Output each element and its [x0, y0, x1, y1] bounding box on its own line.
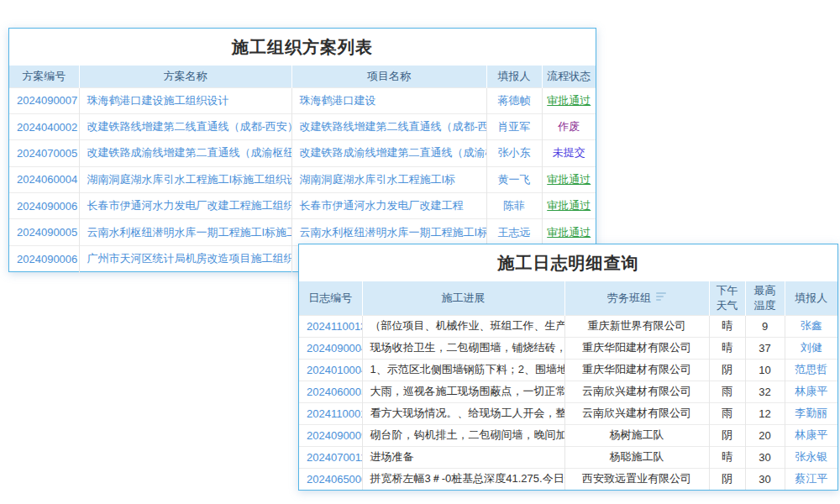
table-row: 2024090009 砌台阶，钩机排土，二包砌间墙，晚间加... 杨树施工队 阴… [299, 424, 837, 446]
status-cell: 审批通过 [542, 166, 596, 192]
plan-id-cell: 2024090006 [9, 245, 79, 271]
log-reporter-cell: 张永银 [785, 446, 837, 468]
project-name-link[interactable]: 湖南洞庭湖水库引水工程施工I标 [300, 173, 456, 186]
log-id-cell: 2024010004 [299, 359, 362, 381]
labor-team-cell: 重庆华阳建材有限公司 [564, 359, 709, 381]
log-reporter-link[interactable]: 张永银 [795, 450, 827, 463]
log-id-link[interactable]: 2024090004 [307, 342, 362, 354]
log-reporter-link[interactable]: 刘健 [801, 341, 822, 354]
log-reporter-link[interactable]: 张鑫 [801, 319, 822, 332]
plan-name-cell: 长春市伊通河水力发电厂改建工程施工组织设计 [79, 193, 291, 219]
log-table: 日志编号 施工进展 劳务班组 下午天气 最高温度 填报人 2024110013 … [299, 281, 837, 490]
reporter-link[interactable]: 蒋德帧 [498, 94, 531, 107]
log-reporter-cell: 张鑫 [785, 315, 837, 337]
plan-name-link[interactable]: 长春市伊通河水力发电厂改建工程施工组织设计 [87, 199, 292, 212]
status-badge[interactable]: 审批通过 [547, 94, 591, 107]
log-reporter-link[interactable]: 林康平 [795, 428, 827, 441]
max-temp-cell: 32 [745, 381, 785, 402]
log-id-link[interactable]: 2024110013 [307, 320, 362, 333]
progress-cell: 大雨，巡视各施工现场围蔽点，一切正常... [362, 381, 564, 402]
sort-icon[interactable] [656, 292, 666, 302]
reporter-cell: 王志远 [486, 219, 542, 245]
status-badge[interactable]: 审批通过 [547, 226, 591, 239]
reporter-cell: 陈菲 [486, 193, 542, 219]
reporter-link[interactable]: 肖亚军 [498, 120, 531, 133]
labor-team-cell: 云南欣兴建材有限公司 [564, 402, 709, 424]
plan-name-link[interactable]: 改建铁路成渝线增建第二直通线（成渝枢纽）... [87, 146, 292, 159]
plan-id-link[interactable]: 2024060004 [17, 173, 77, 186]
project-name-link[interactable]: 珠海鹤港口建设 [300, 94, 376, 107]
log-id-link[interactable]: 2024010004 [307, 364, 362, 376]
table-row: 2024090004 现场收拾卫生，二包砌围墙，铺烧结砖，... 重庆华阳建材有… [299, 337, 837, 359]
labor-team-label: 劳务班组 [607, 291, 651, 304]
plan-name-link[interactable]: 改建铁路线增建第二线直通线（成都-西安）... [87, 120, 292, 133]
status-badge[interactable]: 审批通过 [547, 199, 591, 212]
table-row: 2024060003 大雨，巡视各施工现场围蔽点，一切正常... 云南欣兴建材有… [299, 381, 837, 402]
log-reporter-link[interactable]: 李勤丽 [795, 407, 827, 419]
labor-team-cell: 重庆新世界有限公司 [564, 315, 709, 337]
progress-cell: 进场准备 [362, 446, 564, 468]
plan-id-link[interactable]: 2024090006 [17, 253, 77, 265]
plan-id-cell: 2024090006 [9, 193, 79, 219]
plan-id-link[interactable]: 2024040002 [17, 121, 77, 134]
max-temp-cell: 30 [745, 468, 785, 490]
col-header-project-name: 项目名称 [291, 66, 486, 87]
log-query-panel: 施工日志明细查询 日志编号 施工进展 劳务班组 下午天气 最高温度 填报人 20… [298, 244, 838, 491]
weather-cell: 晴 [709, 337, 745, 359]
plan-id-link[interactable]: 2024090007 [17, 94, 77, 107]
col-header-labor-team[interactable]: 劳务班组 [564, 281, 709, 315]
table-row: 2024070011 进场准备 杨聪施工队 晴 30 张永银 [299, 446, 837, 468]
table-row: 2024090006 长春市伊通河水力发电厂改建工程施工组织设计 长春市伊通河水… [9, 193, 596, 219]
log-table-header-row: 日志编号 施工进展 劳务班组 下午天气 最高温度 填报人 [299, 281, 837, 315]
project-name-link[interactable]: 长春市伊通河水力发电厂改建工程 [300, 199, 464, 212]
log-id-link[interactable]: 2024090009 [307, 429, 362, 442]
project-name-link[interactable]: 改建铁路线增建第二线直通线（成都-西安... [300, 120, 487, 133]
col-header-afternoon-weather: 下午天气 [709, 281, 745, 315]
table-row: 2024070005 改建铁路成渝线增建第二直通线（成渝枢纽）... 改建铁路成… [9, 140, 596, 166]
reporter-link[interactable]: 黄一飞 [498, 173, 531, 186]
status-badge[interactable]: 作废 [558, 120, 580, 133]
project-name-cell: 改建铁路线增建第二线直通线（成都-西安... [291, 113, 486, 139]
plan-id-cell: 2024090007 [9, 87, 79, 113]
col-header-log-reporter: 填报人 [785, 281, 837, 315]
plan-name-link[interactable]: 湖南洞庭湖水库引水工程施工I标施工组织设计 [87, 173, 292, 186]
plan-table-header-row: 方案编号 方案名称 项目名称 填报人 流程状态 [9, 66, 596, 87]
log-reporter-link[interactable]: 林康平 [795, 385, 827, 397]
project-name-cell: 湖南洞庭湖水库引水工程施工I标 [291, 166, 486, 192]
table-row: 2024060004 湖南洞庭湖水库引水工程施工I标施工组织设计 湖南洞庭湖水库… [9, 166, 596, 192]
table-row: 2024090007 珠海鹤港口建设施工组织设计 珠海鹤港口建设 蒋德帧 审批通… [9, 87, 596, 113]
reporter-link[interactable]: 张小东 [498, 146, 531, 159]
weather-cell: 阴 [709, 424, 745, 446]
log-id-link[interactable]: 20240650002 [307, 473, 362, 486]
plan-name-link[interactable]: 广州市天河区统计局机房改造项目施工组织设计 [87, 252, 292, 265]
plan-id-cell: 2024060004 [9, 166, 79, 192]
plan-id-link[interactable]: 2024090005 [17, 226, 77, 239]
project-name-cell: 云南水利枢纽潜明水库一期工程施工I标 [291, 219, 486, 245]
log-reporter-link[interactable]: 范思哲 [795, 363, 827, 375]
progress-cell: 现场收拾卫生，二包砌围墙，铺烧结砖，... [362, 337, 564, 359]
weather-cell: 晴 [709, 446, 745, 468]
plan-name-link[interactable]: 云南水利枢纽潜明水库一期工程施工I标施工组... [87, 226, 292, 239]
weather-cell: 雨 [709, 402, 745, 424]
plan-id-link[interactable]: 2024090006 [17, 200, 77, 213]
plan-name-link[interactable]: 珠海鹤港口建设施工组织设计 [87, 94, 229, 107]
log-id-cell: 2024090009 [299, 424, 362, 446]
status-badge[interactable]: 审批通过 [547, 173, 591, 186]
log-reporter-cell: 范思哲 [785, 359, 837, 381]
reporter-cell: 蒋德帧 [486, 87, 542, 113]
plan-id-cell: 2024070005 [9, 140, 79, 166]
reporter-link[interactable]: 陈菲 [503, 199, 525, 212]
plan-id-link[interactable]: 2024070005 [17, 147, 77, 160]
log-id-link[interactable]: 2024070011 [307, 451, 362, 464]
log-reporter-link[interactable]: 蔡江平 [795, 472, 827, 485]
status-badge[interactable]: 未提交 [553, 146, 585, 159]
col-header-log-id: 日志编号 [299, 281, 362, 315]
project-name-link[interactable]: 云南水利枢纽潜明水库一期工程施工I标 [300, 226, 487, 239]
table-row: 2024110013 （部位项目、机械作业、班组工作、生产... 重庆新世界有限… [299, 315, 837, 337]
project-name-link[interactable]: 改建铁路成渝线增建第二直通线（成渝枢... [300, 146, 487, 159]
log-id-link[interactable]: 2024060003 [307, 386, 362, 398]
reporter-cell: 张小东 [486, 140, 542, 166]
reporter-link[interactable]: 王志远 [498, 226, 531, 239]
plan-id-cell: 2024090005 [9, 219, 79, 245]
log-id-link[interactable]: 2024110001 [307, 407, 362, 420]
